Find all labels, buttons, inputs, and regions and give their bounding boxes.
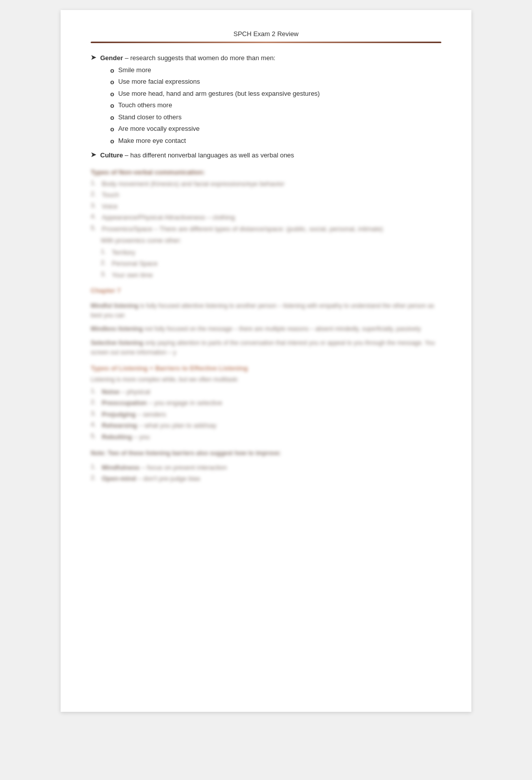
note-heading: Note: Two of these listening barriers al…	[91, 449, 441, 458]
list-num: 3.	[91, 410, 99, 417]
list-num: 2.	[91, 474, 99, 481]
nonverbal-types-heading: Types of Non-verbal communication:	[91, 168, 205, 176]
listening-section: Mindful listening is fully focused atten…	[91, 301, 441, 357]
list-num: 5.	[91, 224, 99, 232]
item-text: Make more eye contact	[118, 136, 186, 146]
list-num: 1.	[91, 179, 99, 186]
item-text: Touch	[102, 190, 119, 200]
gender-content: Gender – research suggests that women do…	[100, 53, 320, 147]
list-item: 1. Noise – physical	[91, 387, 441, 397]
culture-desc: – has different nonverbal languages as w…	[123, 151, 295, 159]
list-item: 2. Open-mind – don't pre-judge bias	[91, 474, 441, 484]
list-item: o Touch others more	[110, 100, 320, 111]
item-text: Preoccupation – you engage in selective	[102, 398, 222, 408]
gender-bullet: ➤ Gender – research suggests that women …	[91, 53, 441, 147]
list-item: o Make more eye contact	[110, 136, 320, 146]
page-container: SPCH Exam 2 Review ➤ Gender – research s…	[61, 10, 471, 712]
list-num: 3.	[101, 270, 109, 278]
bullet-icon: o	[110, 66, 114, 76]
item-text: Noise – physical	[102, 387, 150, 397]
page-title: SPCH Exam 2 Review	[91, 30, 441, 38]
item-text: Voice	[102, 202, 118, 212]
item-text: Are more vocally expressive	[118, 124, 200, 134]
list-item: 5. Rebutting – you	[91, 432, 441, 442]
list-item: 4. Rehearsing – what you plan to add/say	[91, 421, 441, 431]
mindless-label: Mindless listening	[91, 325, 143, 332]
arrow-icon: ➤	[91, 151, 96, 158]
item-text: Personal Space	[112, 259, 158, 269]
mindless-text: not fully focused on the message – there…	[144, 325, 421, 332]
item-text: Mindfulness – focus on present interacti…	[102, 463, 227, 473]
list-item: o Use more head, hand and arm gestures (…	[110, 89, 320, 99]
listening-types-heading: Types of Listening + Barriers to Effecti…	[91, 364, 441, 372]
nonverbal-types-section: Types of Non-verbal communication: 1. Bo…	[91, 167, 441, 280]
list-item: 3. Your own time	[101, 270, 441, 280]
selective-label: Selective listening	[91, 339, 143, 346]
list-item: o Stand closer to others	[110, 112, 320, 123]
list-num: 1.	[91, 463, 99, 470]
list-num: 2.	[91, 190, 99, 198]
item-text: Use more head, hand and arm gestures (bu…	[118, 89, 320, 99]
list-item: 1. Mindfulness – focus on present intera…	[91, 463, 441, 473]
mindful-para: Mindful listening is fully focused atten…	[91, 301, 441, 320]
list-item: 3. Prejudging – senders	[91, 410, 441, 420]
list-item: 1. Body movement (Kinesics) and facial e…	[91, 179, 441, 189]
sub-items-label: With proxemics come other:	[101, 236, 441, 246]
list-item: 2. Touch	[91, 190, 441, 200]
item-text: Stand closer to others	[118, 112, 181, 122]
item-text: Prejudging – senders	[102, 410, 166, 420]
chapter-header: Chapter 7	[91, 287, 441, 294]
list-item: 2. Preoccupation – you engage in selecti…	[91, 398, 441, 408]
list-num: 1.	[91, 387, 99, 395]
selective-para: Selective listening only paying attentio…	[91, 338, 441, 357]
item-text: Open-mind – don't pre-judge bias	[102, 474, 200, 484]
bullet-icon: o	[110, 113, 114, 123]
culture-label: Culture	[100, 151, 123, 159]
bullet-icon: o	[110, 124, 114, 134]
list-num: 2.	[101, 259, 109, 266]
list-num: 5.	[91, 432, 99, 440]
list-num: 4.	[91, 421, 99, 428]
note-section: Note: Two of these listening barriers al…	[91, 449, 441, 483]
bullet-icon: o	[110, 77, 114, 87]
mindful-text: is fully focused attentive listening to …	[91, 302, 434, 319]
list-item: 4. Appearance/Physical Attractiveness – …	[91, 213, 441, 223]
arrow-icon: ➤	[91, 54, 96, 61]
gender-label: Gender	[100, 54, 123, 62]
title-underline	[91, 42, 441, 43]
mindless-para: Mindless listening not fully focused on …	[91, 324, 441, 334]
bullet-icon: o	[110, 101, 114, 111]
item-text: Use more facial expressions	[118, 77, 200, 87]
list-item: 1. Territory	[101, 248, 441, 258]
mindful-label: Mindful listening	[91, 302, 138, 309]
item-text: Appearance/Physical Attractiveness – clo…	[102, 213, 235, 223]
list-item: o Are more vocally expressive	[110, 124, 320, 134]
note-text: Note: Two of these listening barriers al…	[91, 450, 281, 457]
item-text: Rehearsing – what you plan to add/say	[102, 421, 216, 431]
culture-bullet: ➤ Culture – has different nonverbal lang…	[91, 150, 441, 160]
culture-content: Culture – has different nonverbal langua…	[100, 150, 294, 160]
list-num: 4.	[91, 213, 99, 220]
list-num: 2.	[91, 398, 99, 406]
list-item: 3. Voice	[91, 202, 441, 212]
list-item: 5. Proxemics/Space – There are different…	[91, 224, 441, 234]
item-text: Proxemics/Space – There are different ty…	[102, 224, 383, 234]
item-text: Touch others more	[118, 100, 172, 110]
list-item: o Use more facial expressions	[110, 77, 320, 87]
item-text: Your own time	[112, 270, 153, 280]
item-text: Smile more	[118, 65, 151, 75]
gender-sub-list: o Smile more o Use more facial expressio…	[110, 65, 320, 146]
listening-types-intro: Listening is more complex while, but we …	[91, 375, 441, 384]
listening-types-section: Types of Listening + Barriers to Effecti…	[91, 364, 441, 442]
item-text: Rebutting – you	[102, 432, 150, 442]
list-num: 3.	[91, 202, 99, 209]
item-text: Territory	[112, 248, 135, 258]
gender-section: ➤ Gender – research suggests that women …	[91, 53, 441, 160]
list-item: 2. Personal Space	[101, 259, 441, 269]
item-text: Body movement (Kinesics) and facial expr…	[102, 179, 285, 189]
gender-desc: – research suggests that women do more t…	[123, 54, 276, 62]
bullet-icon: o	[110, 89, 114, 99]
list-item: o Smile more	[110, 65, 320, 76]
list-num: 1.	[101, 248, 109, 255]
bullet-icon: o	[110, 136, 114, 146]
